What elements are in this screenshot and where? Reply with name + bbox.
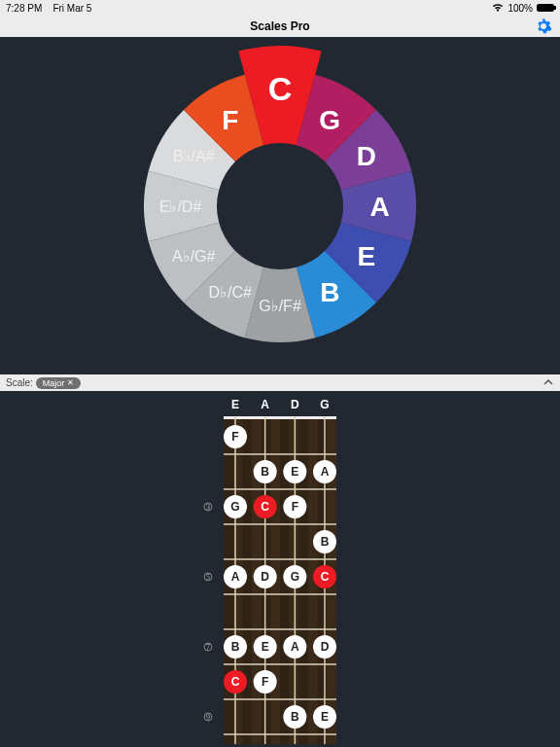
fret-note-E[interactable]: E xyxy=(313,705,336,729)
wifi-icon xyxy=(492,4,504,12)
expand-button[interactable] xyxy=(542,376,554,390)
battery-percent: 100% xyxy=(508,3,533,14)
scale-chip[interactable]: Major ✕ xyxy=(36,377,82,389)
fret-note-label: F xyxy=(231,430,238,444)
wheel-segment-label: C xyxy=(268,70,293,107)
wheel-segment-label: F xyxy=(222,104,238,134)
fret-note-label: G xyxy=(230,500,239,514)
close-icon[interactable]: ✕ xyxy=(67,378,74,387)
fret-note-D[interactable]: D xyxy=(254,565,277,588)
status-date: Fri Mar 5 xyxy=(52,3,91,14)
nut xyxy=(224,416,336,419)
gear-icon xyxy=(535,18,552,35)
fret-note-label: E xyxy=(262,640,269,654)
note-wheel-panel: CGDAEBG♭/F#D♭/C#A♭/G#E♭/D#B♭/A#F xyxy=(0,37,560,374)
open-string-label: E xyxy=(231,398,239,411)
fret-note-label: F xyxy=(292,500,298,514)
fret-note-label: E xyxy=(321,710,329,724)
chevron-up-icon xyxy=(542,376,554,388)
scale-bar[interactable]: Scale: Major ✕ xyxy=(0,374,560,391)
fret-note-F[interactable]: F xyxy=(254,670,277,694)
open-string-label: A xyxy=(261,398,269,411)
fret-note-label: A xyxy=(231,570,240,584)
wheel-segment-label: A xyxy=(369,191,389,221)
wheel-segment-label: B♭/A# xyxy=(173,148,215,164)
fret-note-A[interactable]: A xyxy=(313,460,336,483)
svg-text:5: 5 xyxy=(206,573,210,582)
fret-note-label: C xyxy=(321,570,330,584)
fret-note-B[interactable]: B xyxy=(224,635,247,658)
fret-note-C[interactable]: C xyxy=(254,495,277,518)
wheel-segment-label: A♭/G# xyxy=(172,247,216,264)
open-string-label: D xyxy=(291,398,299,411)
page-title: Scales Pro xyxy=(250,19,309,33)
battery-icon xyxy=(537,4,554,12)
svg-text:3: 3 xyxy=(206,503,210,512)
fret-note-C[interactable]: C xyxy=(224,670,247,694)
wheel-segment-label: G♭/F# xyxy=(259,298,301,314)
fret-note-E[interactable]: E xyxy=(283,460,306,483)
fret-note-label: D xyxy=(321,640,330,654)
circle-of-fifths[interactable]: CGDAEBG♭/F#D♭/C#A♭/G#E♭/D#B♭/A#F xyxy=(115,41,445,372)
fret-note-G[interactable]: G xyxy=(283,565,306,588)
fret-note-A[interactable]: A xyxy=(283,635,306,658)
status-right: 100% xyxy=(492,3,554,14)
title-bar: Scales Pro xyxy=(0,16,560,37)
svg-text:7: 7 xyxy=(206,643,210,652)
fret-note-label: B xyxy=(261,465,269,479)
wheel-segment-label: G xyxy=(319,104,340,134)
wheel-segment-label: E♭/D# xyxy=(159,197,202,214)
open-string-label: G xyxy=(320,398,329,411)
fret-note-C[interactable]: C xyxy=(313,565,336,588)
status-bar: 7:28 PM Fri Mar 5 100% xyxy=(0,0,560,16)
scale-label: Scale: xyxy=(6,377,33,388)
wheel-segment-label: D♭/C# xyxy=(209,284,253,301)
fret-note-D[interactable]: D xyxy=(313,635,336,658)
fret-note-label: E xyxy=(291,465,298,479)
fret-note-label: C xyxy=(261,500,269,514)
fret-note-label: G xyxy=(291,570,299,584)
fret-note-F[interactable]: F xyxy=(283,495,306,518)
wheel-segment-label: E xyxy=(357,240,375,270)
fret-note-label: B xyxy=(231,640,240,654)
settings-button[interactable] xyxy=(535,18,552,38)
fret-note-label: B xyxy=(321,535,330,549)
fret-note-label: A xyxy=(321,465,330,479)
fret-markers: 3579 xyxy=(204,503,212,722)
wheel-segment-label: B xyxy=(320,277,339,307)
fret-note-E[interactable]: E xyxy=(254,635,277,658)
fretboard-panel: EADG3579FBEAGCFBADGCBEADCFBE xyxy=(0,391,560,747)
fret-note-B[interactable]: B xyxy=(254,460,277,483)
fret-note-label: C xyxy=(231,675,240,689)
fretboard[interactable]: EADG3579FBEAGCFBADGCBEADCFBE xyxy=(183,397,377,744)
fret-note-label: F xyxy=(262,675,268,689)
fret-note-F[interactable]: F xyxy=(224,425,247,448)
svg-text:9: 9 xyxy=(206,713,210,722)
fret-note-G[interactable]: G xyxy=(224,495,247,518)
status-left: 7:28 PM Fri Mar 5 xyxy=(6,3,91,14)
fret-note-label: A xyxy=(291,640,299,654)
scale-chip-label: Major xyxy=(43,378,65,388)
fret-note-label: B xyxy=(291,710,299,724)
status-time: 7:28 PM xyxy=(6,3,42,14)
fret-note-label: D xyxy=(261,570,269,584)
fret-note-A[interactable]: A xyxy=(224,565,247,588)
fret-note-B[interactable]: B xyxy=(283,705,306,729)
wheel-segment-label: D xyxy=(357,141,376,171)
fret-note-B[interactable]: B xyxy=(313,530,336,553)
